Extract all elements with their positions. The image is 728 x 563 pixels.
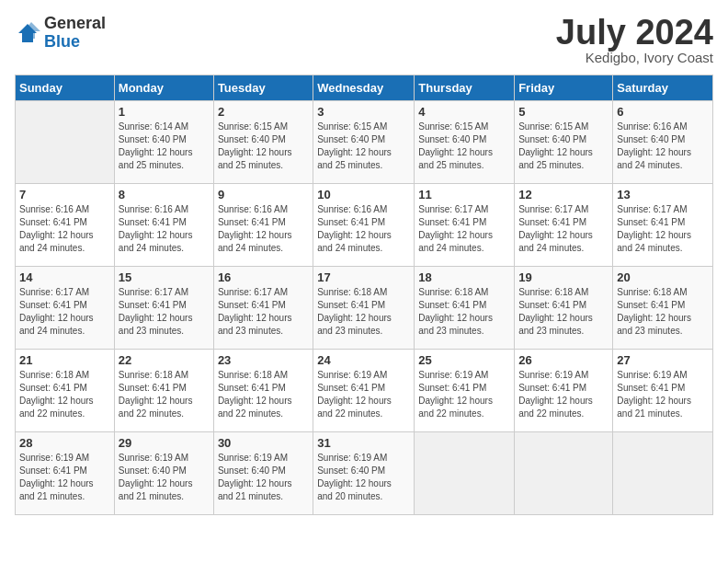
- page-header: General Blue July 2024 Kedigbo, Ivory Co…: [15, 15, 713, 65]
- day-info: Sunrise: 6:17 AM Sunset: 6:41 PM Dayligh…: [218, 286, 309, 338]
- calendar-cell: 5Sunrise: 6:15 AM Sunset: 6:40 PM Daylig…: [515, 101, 613, 184]
- day-number: 15: [119, 270, 210, 284]
- col-header-sunday: Sunday: [16, 75, 115, 101]
- calendar-cell: 8Sunrise: 6:16 AM Sunset: 6:41 PM Daylig…: [114, 184, 213, 267]
- day-number: 22: [119, 353, 210, 367]
- calendar-cell: 4Sunrise: 6:15 AM Sunset: 6:40 PM Daylig…: [415, 101, 515, 184]
- day-info: Sunrise: 6:15 AM Sunset: 6:40 PM Dayligh…: [317, 121, 410, 172]
- calendar-cell: 22Sunrise: 6:18 AM Sunset: 6:41 PM Dayli…: [114, 350, 213, 432]
- day-number: 2: [218, 105, 309, 119]
- col-header-thursday: Thursday: [415, 75, 515, 101]
- calendar-cell: 1Sunrise: 6:14 AM Sunset: 6:40 PM Daylig…: [114, 101, 213, 184]
- day-info: Sunrise: 6:16 AM Sunset: 6:41 PM Dayligh…: [218, 203, 309, 255]
- day-number: 11: [418, 188, 510, 201]
- col-header-friday: Friday: [515, 75, 613, 101]
- calendar-cell: 12Sunrise: 6:17 AM Sunset: 6:41 PM Dayli…: [515, 184, 613, 267]
- day-info: Sunrise: 6:18 AM Sunset: 6:41 PM Dayligh…: [119, 369, 210, 420]
- calendar-cell: 10Sunrise: 6:16 AM Sunset: 6:41 PM Dayli…: [313, 184, 415, 267]
- day-info: Sunrise: 6:17 AM Sunset: 6:41 PM Dayligh…: [518, 203, 609, 255]
- day-number: 8: [119, 188, 210, 201]
- day-info: Sunrise: 6:16 AM Sunset: 6:41 PM Dayligh…: [317, 203, 410, 255]
- calendar-cell: 17Sunrise: 6:18 AM Sunset: 6:41 PM Dayli…: [313, 267, 415, 350]
- day-info: Sunrise: 6:19 AM Sunset: 6:40 PM Dayligh…: [218, 452, 309, 503]
- calendar-cell: 28Sunrise: 6:19 AM Sunset: 6:41 PM Dayli…: [16, 432, 115, 515]
- day-info: Sunrise: 6:18 AM Sunset: 6:41 PM Dayligh…: [418, 286, 510, 338]
- day-info: Sunrise: 6:17 AM Sunset: 6:41 PM Dayligh…: [119, 286, 210, 338]
- day-info: Sunrise: 6:15 AM Sunset: 6:40 PM Dayligh…: [418, 121, 510, 172]
- calendar-cell: 7Sunrise: 6:16 AM Sunset: 6:41 PM Daylig…: [16, 184, 115, 267]
- day-number: 6: [617, 105, 709, 119]
- day-info: Sunrise: 6:16 AM Sunset: 6:40 PM Dayligh…: [617, 121, 709, 172]
- calendar-header-row: SundayMondayTuesdayWednesdayThursdayFrid…: [16, 75, 713, 101]
- day-number: 7: [19, 188, 110, 201]
- day-number: 19: [518, 270, 609, 284]
- day-info: Sunrise: 6:17 AM Sunset: 6:41 PM Dayligh…: [418, 203, 510, 255]
- col-header-monday: Monday: [114, 75, 213, 101]
- logo-general: General: [44, 15, 106, 33]
- day-info: Sunrise: 6:19 AM Sunset: 6:41 PM Dayligh…: [518, 369, 609, 420]
- calendar-week-row: 28Sunrise: 6:19 AM Sunset: 6:41 PM Dayli…: [16, 432, 713, 515]
- day-number: 12: [518, 188, 609, 201]
- calendar-cell: [415, 432, 515, 515]
- calendar-week-row: 14Sunrise: 6:17 AM Sunset: 6:41 PM Dayli…: [16, 267, 713, 350]
- day-number: 14: [19, 270, 110, 284]
- day-info: Sunrise: 6:18 AM Sunset: 6:41 PM Dayligh…: [317, 286, 410, 338]
- calendar-cell: 27Sunrise: 6:19 AM Sunset: 6:41 PM Dayli…: [613, 350, 713, 432]
- day-info: Sunrise: 6:19 AM Sunset: 6:41 PM Dayligh…: [19, 452, 110, 503]
- day-number: 27: [617, 353, 709, 367]
- calendar-cell: 2Sunrise: 6:15 AM Sunset: 6:40 PM Daylig…: [213, 101, 313, 184]
- calendar-cell: 15Sunrise: 6:17 AM Sunset: 6:41 PM Dayli…: [114, 267, 213, 350]
- calendar-cell: 3Sunrise: 6:15 AM Sunset: 6:40 PM Daylig…: [313, 101, 415, 184]
- calendar-cell: 31Sunrise: 6:19 AM Sunset: 6:40 PM Dayli…: [313, 432, 415, 515]
- calendar-cell: [16, 101, 115, 184]
- day-info: Sunrise: 6:15 AM Sunset: 6:40 PM Dayligh…: [218, 121, 309, 172]
- calendar-cell: 19Sunrise: 6:18 AM Sunset: 6:41 PM Dayli…: [515, 267, 613, 350]
- day-number: 25: [418, 353, 510, 367]
- day-number: 24: [317, 353, 410, 367]
- day-number: 29: [119, 436, 210, 450]
- calendar-cell: 16Sunrise: 6:17 AM Sunset: 6:41 PM Dayli…: [213, 267, 313, 350]
- logo-icon: [15, 20, 40, 46]
- logo-blue: Blue: [44, 33, 106, 52]
- calendar-cell: [515, 432, 613, 515]
- calendar-cell: 24Sunrise: 6:19 AM Sunset: 6:41 PM Dayli…: [313, 350, 415, 432]
- calendar-cell: 26Sunrise: 6:19 AM Sunset: 6:41 PM Dayli…: [515, 350, 613, 432]
- day-info: Sunrise: 6:14 AM Sunset: 6:40 PM Dayligh…: [119, 121, 210, 172]
- day-number: 4: [418, 105, 510, 119]
- day-info: Sunrise: 6:19 AM Sunset: 6:41 PM Dayligh…: [617, 369, 709, 420]
- calendar-table: SundayMondayTuesdayWednesdayThursdayFrid…: [15, 75, 713, 515]
- day-number: 17: [317, 270, 410, 284]
- day-number: 18: [418, 270, 510, 284]
- day-info: Sunrise: 6:18 AM Sunset: 6:41 PM Dayligh…: [617, 286, 709, 338]
- day-number: 1: [119, 105, 210, 119]
- day-info: Sunrise: 6:18 AM Sunset: 6:41 PM Dayligh…: [19, 369, 110, 420]
- calendar-cell: 29Sunrise: 6:19 AM Sunset: 6:40 PM Dayli…: [114, 432, 213, 515]
- day-number: 3: [317, 105, 410, 119]
- day-number: 26: [518, 353, 609, 367]
- calendar-cell: 25Sunrise: 6:19 AM Sunset: 6:41 PM Dayli…: [415, 350, 515, 432]
- day-number: 31: [317, 436, 410, 450]
- day-number: 16: [218, 270, 309, 284]
- calendar-cell: 11Sunrise: 6:17 AM Sunset: 6:41 PM Dayli…: [415, 184, 515, 267]
- calendar-cell: 18Sunrise: 6:18 AM Sunset: 6:41 PM Dayli…: [415, 267, 515, 350]
- calendar-cell: 21Sunrise: 6:18 AM Sunset: 6:41 PM Dayli…: [16, 350, 115, 432]
- day-number: 20: [617, 270, 709, 284]
- day-number: 10: [317, 188, 410, 201]
- day-info: Sunrise: 6:15 AM Sunset: 6:40 PM Dayligh…: [518, 121, 609, 172]
- day-number: 30: [218, 436, 309, 450]
- calendar-week-row: 1Sunrise: 6:14 AM Sunset: 6:40 PM Daylig…: [16, 101, 713, 184]
- day-info: Sunrise: 6:19 AM Sunset: 6:40 PM Dayligh…: [317, 452, 410, 503]
- calendar-cell: 14Sunrise: 6:17 AM Sunset: 6:41 PM Dayli…: [16, 267, 115, 350]
- day-info: Sunrise: 6:17 AM Sunset: 6:41 PM Dayligh…: [19, 286, 110, 338]
- day-info: Sunrise: 6:16 AM Sunset: 6:41 PM Dayligh…: [119, 203, 210, 255]
- calendar-week-row: 7Sunrise: 6:16 AM Sunset: 6:41 PM Daylig…: [16, 184, 713, 267]
- calendar-cell: 20Sunrise: 6:18 AM Sunset: 6:41 PM Dayli…: [613, 267, 713, 350]
- day-number: 28: [19, 436, 110, 450]
- title-block: July 2024 Kedigbo, Ivory Coast: [556, 15, 713, 65]
- day-info: Sunrise: 6:19 AM Sunset: 6:41 PM Dayligh…: [418, 369, 510, 420]
- day-info: Sunrise: 6:19 AM Sunset: 6:40 PM Dayligh…: [119, 452, 210, 503]
- calendar-cell: 13Sunrise: 6:17 AM Sunset: 6:41 PM Dayli…: [613, 184, 713, 267]
- calendar-week-row: 21Sunrise: 6:18 AM Sunset: 6:41 PM Dayli…: [16, 350, 713, 432]
- day-number: 23: [218, 353, 309, 367]
- day-info: Sunrise: 6:16 AM Sunset: 6:41 PM Dayligh…: [19, 203, 110, 255]
